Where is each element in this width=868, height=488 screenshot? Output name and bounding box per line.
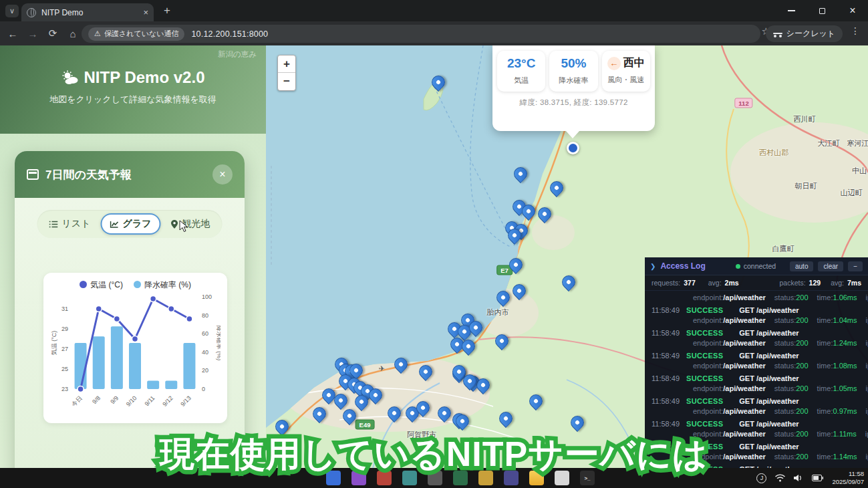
tab-list[interactable]: リスト	[41, 213, 100, 235]
tray-app-icon[interactable]: J	[756, 473, 766, 483]
tab-sightseeing[interactable]: 観光地	[162, 213, 219, 235]
map-place-label: 胎内市	[487, 308, 509, 318]
tray-date: 2025/09/07	[832, 478, 864, 486]
new-tab-button[interactable]: +	[159, 4, 175, 17]
road-badge: 112	[734, 98, 752, 108]
taskbar-app-icon[interactable]	[326, 471, 341, 485]
clear-button[interactable]: clear	[818, 261, 843, 271]
forward-icon[interactable]: →	[23, 28, 43, 39]
wind-direction-icon: ←	[607, 57, 621, 70]
map-place-label: 寒河江	[847, 138, 868, 148]
taskbar-app-icon[interactable]	[478, 471, 493, 485]
window-close-button[interactable]: ×	[837, 0, 868, 21]
sidebar: 新潟の恵み NITP Demo v2.0 地図をクリックして詳細な気象情報を取得…	[0, 45, 266, 468]
access-log-entries[interactable]: endpoint:/api/weatherstatus:200time:1.06…	[645, 291, 868, 468]
precip-stat: 50% 降水確率	[549, 51, 597, 92]
close-icon[interactable]: ×	[212, 164, 233, 185]
incognito-badge[interactable]: シークレット	[766, 25, 843, 42]
map-place-label: 阿賀野市	[407, 430, 436, 440]
taskbar-app-icon[interactable]	[504, 471, 519, 485]
access-log-panel: ❯ Access Log connected auto clear − requ…	[645, 257, 868, 468]
folder-icon[interactable]	[529, 471, 544, 485]
security-chip[interactable]: ⚠保護されていない通信	[88, 27, 184, 41]
home-icon[interactable]: ⌂	[63, 28, 83, 39]
weather-popup: 23°C 気温 50% 降水確率 ← 西中 風向・風速	[492, 45, 655, 131]
battery-icon[interactable]	[812, 475, 823, 481]
tab-graph[interactable]: グラフ	[101, 213, 161, 235]
taskbar-app-icon[interactable]	[428, 471, 442, 485]
log-entry: 11:58:49SUCCESSGET /api/weatherendpoint:…	[645, 418, 868, 441]
forecast-card-title: 7日間の天気予報	[45, 167, 212, 182]
url-bar[interactable]: ⚠保護されていない通信 10.12.200.151:8000	[82, 25, 760, 43]
svg-text:23: 23	[61, 386, 68, 392]
clock[interactable]: 11:58 2025/09/07	[832, 470, 864, 486]
temp-label: 気温	[498, 76, 544, 86]
window-controls: ×	[776, 0, 868, 21]
zoom-in-button[interactable]: +	[278, 55, 295, 73]
back-icon[interactable]: ←	[3, 28, 23, 39]
log-entry: 11:58:49SUCCESSGET /api/weatherendpoint:…	[645, 328, 868, 350]
screen: ∨ NITP Demo × + × ← → ⟳ ⌂ ⚠保護されていない通信 10…	[0, 0, 868, 488]
calendar-icon	[27, 169, 39, 180]
legend-item: 降水確率 (%)	[134, 279, 191, 291]
svg-text:40: 40	[202, 349, 208, 356]
connection-status: connected	[736, 262, 785, 270]
window-minimize-button[interactable]	[776, 0, 807, 21]
browser-tab[interactable]: NITP Demo ×	[21, 3, 154, 21]
taskbar: >_ J 11:58 2025/09/07	[0, 468, 868, 488]
wind-value: 西中	[623, 56, 645, 70]
taskbar-app-icon[interactable]	[377, 471, 392, 485]
taskbar-app-icon[interactable]	[402, 471, 417, 485]
log-entry: 11:58:49SUCCESSGET /api/weatherendpoint:…	[645, 396, 868, 418]
tab-close-icon[interactable]: ×	[143, 7, 148, 17]
svg-text:9/12: 9/12	[161, 394, 174, 407]
map-place-label: 山辺町	[841, 188, 863, 198]
chart-icon	[110, 221, 119, 228]
svg-text:9/11: 9/11	[144, 394, 156, 407]
taskbar-app-icon[interactable]	[555, 471, 569, 485]
map-place-label: 大江町	[818, 138, 840, 148]
minimize-log-button[interactable]: −	[848, 261, 863, 271]
window-restore-button[interactable]	[807, 0, 837, 21]
auto-button[interactable]: auto	[790, 261, 813, 271]
precip-label: 降水確率	[551, 76, 596, 86]
url-text[interactable]: 10.12.200.151:8000	[191, 29, 268, 39]
access-log-header: ❯ Access Log connected auto clear −	[645, 257, 868, 275]
svg-text:気温 (°C): 気温 (°C)	[51, 331, 57, 356]
tab-title: NITP Demo	[41, 8, 138, 17]
map-place-label: 西村山郡	[759, 148, 788, 158]
system-tray: J 11:58 2025/09/07	[756, 468, 864, 488]
forecast-card-header: 7日間の天気予報 ×	[15, 151, 245, 198]
status-dot	[736, 264, 740, 269]
volume-icon[interactable]	[794, 474, 803, 482]
chart-legend: 気温 (°C)降水確率 (%)	[50, 278, 221, 291]
taskbar-app-icon[interactable]	[453, 471, 468, 485]
browser-tab-bar: ∨ NITP Demo × + ×	[0, 0, 868, 21]
precip-value: 50%	[551, 56, 596, 71]
log-entry: 11:58:49SUCCESSGET /api/weatherendpoint:…	[645, 373, 868, 396]
reload-icon[interactable]: ⟳	[43, 27, 63, 39]
access-log-title: Access Log	[660, 261, 705, 271]
popup-coordinates: 緯度: 38.3715, 経度: 139.5772	[492, 98, 655, 108]
log-entry: 11:58:49SUCCESSGET /api/weatherendpoint:…	[645, 350, 868, 373]
zoom-out-button[interactable]: −	[278, 73, 295, 90]
road-badge: E49	[355, 420, 375, 430]
wifi-icon[interactable]	[775, 474, 785, 482]
airport-icon: ✈	[378, 364, 384, 373]
list-icon	[49, 221, 58, 228]
map-place-label: 白鷹町	[772, 244, 794, 254]
browser-menu-icon[interactable]: ⋮	[851, 25, 860, 36]
chevron-right-icon[interactable]: ❯	[650, 263, 656, 270]
forecast-tabs: リスト グラフ 観光地	[37, 210, 223, 238]
taskbar-app-icon[interactable]	[351, 471, 366, 485]
map-zoom-control: + −	[277, 55, 296, 91]
svg-text:9/8: 9/8	[91, 394, 102, 405]
legend-item: 気温 (°C)	[80, 279, 123, 291]
app-subtitle: 地図をクリックして詳細な気象情報を取得	[0, 94, 266, 106]
svg-text:80: 80	[202, 312, 208, 319]
wind-label: 風向・風速	[603, 75, 649, 85]
tab-search-button[interactable]: ∨	[5, 5, 19, 17]
terminal-icon[interactable]: >_	[580, 471, 595, 485]
access-log-stats: requests:377 avg:2ms packets:129 avg:7ms	[645, 275, 868, 291]
map-place-label: 西川町	[794, 114, 816, 124]
